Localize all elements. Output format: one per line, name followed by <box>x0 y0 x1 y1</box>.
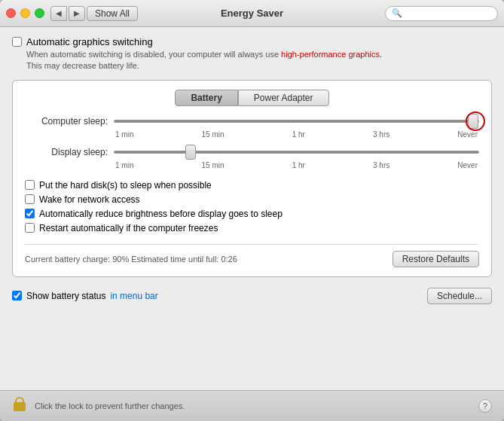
option-wake-label: Wake for network access <box>39 194 140 205</box>
window-title: Energy Saver <box>221 8 283 19</box>
option-wake-checkbox[interactable] <box>25 194 35 204</box>
show-battery-bar: Show battery status in menu bar Schedule… <box>12 285 492 307</box>
main-content: Automatic graphics switching When automa… <box>0 27 504 390</box>
traffic-lights <box>6 8 44 18</box>
help-button[interactable]: ? <box>478 399 492 413</box>
titlebar: ◀ ▶ Show All Energy Saver 🔍 <box>0 0 504 27</box>
tick-1hr: 1 hr <box>292 130 305 139</box>
auto-graphics-section: Automatic graphics switching When automa… <box>12 36 492 72</box>
restore-defaults-button[interactable]: Restore Defaults <box>393 251 479 267</box>
display-sleep-row: Display sleep: 1 min 15 min 1 hr 3 hrs N… <box>25 145 479 169</box>
lock-text: Click the lock to prevent further change… <box>35 401 471 410</box>
auto-graphics-checkbox[interactable] <box>12 37 22 47</box>
schedule-button[interactable]: Schedule... <box>427 288 492 304</box>
tab-power-adapter[interactable]: Power Adapter <box>238 90 329 106</box>
computer-sleep-row: Computer sleep: 1 min 15 min 1 hr 3 hrs … <box>25 114 479 139</box>
search-input[interactable] <box>405 8 491 19</box>
status-row: Current battery charge: 90% Estimated ti… <box>25 244 479 267</box>
slider-section: Computer sleep: 1 min 15 min 1 hr 3 hrs … <box>25 114 479 169</box>
show-battery-checkbox[interactable] <box>12 291 22 300</box>
option-hdd: Put the hard disk(s) to sleep when possi… <box>25 180 479 191</box>
in-menu-bar-label: in menu bar <box>110 291 157 301</box>
nav-buttons: ◀ ▶ <box>50 6 85 21</box>
computer-sleep-label: Computer sleep: <box>25 116 108 127</box>
option-restart-checkbox[interactable] <box>25 223 35 233</box>
lock-body <box>14 402 26 411</box>
forward-button[interactable]: ▶ <box>69 6 85 21</box>
tick-never: Never <box>457 130 478 139</box>
computer-sleep-slider-container <box>114 114 479 129</box>
panel-box: Battery Power Adapter Computer sleep: 1 <box>12 80 492 277</box>
option-hdd-label: Put the hard disk(s) to sleep when possi… <box>39 180 212 191</box>
footer-bar: Click the lock to prevent further change… <box>0 390 504 421</box>
auto-graphics-label: Automatic graphics switching <box>26 36 153 47</box>
search-icon: 🔍 <box>392 8 402 18</box>
option-brightness: Automatically reduce brightness before d… <box>25 209 479 219</box>
options-section: Put the hard disk(s) to sleep when possi… <box>25 180 479 233</box>
option-brightness-checkbox[interactable] <box>25 209 35 218</box>
tab-battery[interactable]: Battery <box>175 90 237 106</box>
computer-sleep-label-row: Computer sleep: <box>25 114 479 129</box>
battery-status-text: Current battery charge: 90% Estimated ti… <box>25 255 237 264</box>
tick-3hrs: 3 hrs <box>373 130 389 139</box>
tick-never-d: Never <box>457 161 478 169</box>
display-sleep-slider[interactable] <box>114 151 479 154</box>
tick-1hr-d: 1 hr <box>292 161 305 169</box>
search-box[interactable]: 🔍 <box>385 6 498 21</box>
show-all-button[interactable]: Show All <box>87 6 138 21</box>
tick-1min: 1 min <box>115 130 133 139</box>
back-button[interactable]: ◀ <box>50 6 67 21</box>
display-sleep-label-row: Display sleep: <box>25 145 479 160</box>
computer-sleep-ticks: 1 min 15 min 1 hr 3 hrs Never <box>114 130 479 139</box>
auto-graphics-desc-line1: When automatic switching is disabled, yo… <box>26 50 279 59</box>
auto-graphics-row: Automatic graphics switching <box>12 36 492 47</box>
lock-icon[interactable] <box>12 397 27 415</box>
option-brightness-label: Automatically reduce brightness before d… <box>39 209 283 219</box>
display-sleep-label: Display sleep: <box>25 147 108 157</box>
option-restart-label: Restart automatically if the computer fr… <box>39 223 218 233</box>
close-button[interactable] <box>6 8 16 18</box>
auto-graphics-highlight: high-performance graphics. <box>281 50 382 59</box>
maximize-button[interactable] <box>35 8 44 18</box>
auto-graphics-description: When automatic switching is disabled, yo… <box>26 49 492 72</box>
tick-15min-d: 15 min <box>202 161 225 169</box>
minimize-button[interactable] <box>20 8 30 18</box>
show-battery-label: Show battery status <box>26 291 105 301</box>
display-sleep-slider-container <box>114 145 479 160</box>
option-hdd-checkbox[interactable] <box>25 180 35 190</box>
auto-graphics-desc-line2: This may decrease battery life. <box>26 61 139 70</box>
window: ◀ ▶ Show All Energy Saver 🔍 Automatic gr… <box>0 0 504 421</box>
option-restart: Restart automatically if the computer fr… <box>25 223 479 233</box>
option-wake: Wake for network access <box>25 194 479 205</box>
tick-3hrs-d: 3 hrs <box>373 161 389 169</box>
display-sleep-ticks: 1 min 15 min 1 hr 3 hrs Never <box>114 161 479 169</box>
computer-sleep-slider[interactable] <box>114 120 479 123</box>
show-battery-row: Show battery status in menu bar <box>12 291 158 301</box>
tick-1min-d: 1 min <box>115 161 133 169</box>
tick-15min: 15 min <box>202 130 225 139</box>
tabs-row: Battery Power Adapter <box>25 90 479 106</box>
